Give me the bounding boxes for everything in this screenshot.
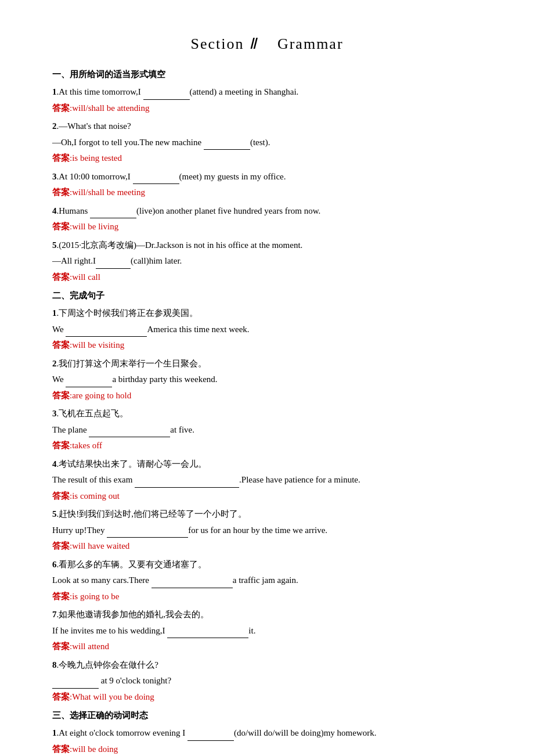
part2-heading: 二、完成句子 [52, 290, 482, 301]
part2-q8: 8.今晚九点钟你会在做什么? at 9 o'clock tonight? 答案:… [52, 658, 482, 705]
part2-q3: 3.飞机在五点起飞。 The plane at five. 答案:takes o… [52, 406, 482, 453]
part1-heading: 一、用所给词的适当形式填空 [52, 69, 482, 80]
part1-q2: 2.—What's that noise? —Oh,I forgot to te… [52, 119, 482, 166]
part2-q1: 1.下周这个时候我们将正在参观美国。 We America this time … [52, 306, 482, 353]
page-title: Section Ⅱ Grammar [52, 35, 482, 53]
part2-q7: 7.如果他邀请我参加他的婚礼,我会去的。 If he invites me to… [52, 607, 482, 654]
part1-q5: 5.(2015·北京高考改编)—Dr.Jackson is not in his… [52, 238, 482, 285]
part1-q3: 3.At 10:00 tomorrow,I (meet) my guests i… [52, 170, 482, 200]
part2-q4: 4.考试结果快出来了。请耐心等一会儿。 The result of this e… [52, 457, 482, 504]
part2-q5: 5.赶快!到我们到达时,他们将已经等了一个小时了。 Hurry up!They … [52, 507, 482, 554]
part2-q6: 6.看那么多的车辆。又要有交通堵塞了。 Look at so many cars… [52, 557, 482, 604]
part1-q4: 4.Humans (live)on another planet five hu… [52, 204, 482, 235]
part2-q2: 2.我们打算这个周末举行一个生日聚会。 We a birthday party … [52, 357, 482, 404]
part1-q1: 1.At this time tomorrow,I (attend) a mee… [52, 85, 482, 116]
part3-q1: 1.At eight o'clock tomorrow evening I (d… [52, 726, 482, 756]
part3-heading: 三、选择正确的动词时态 [52, 710, 482, 721]
